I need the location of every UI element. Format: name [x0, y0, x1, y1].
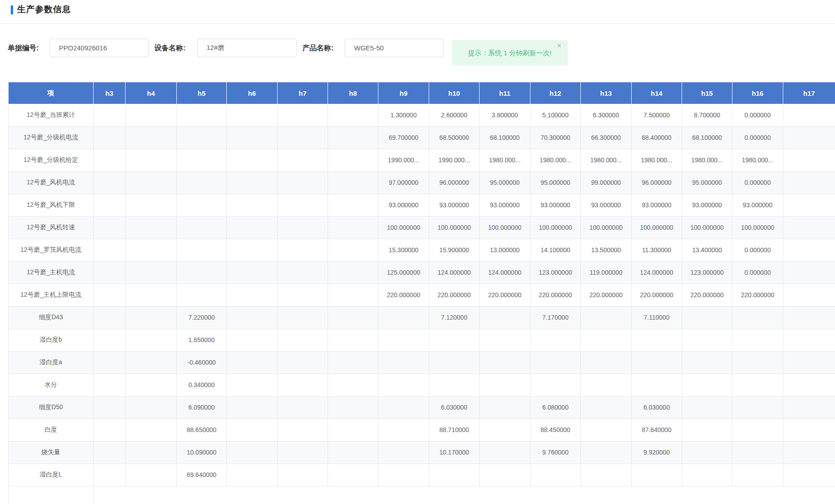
table-cell [177, 126, 227, 149]
table-cell [783, 351, 835, 374]
table-cell [682, 374, 732, 396]
table-cell: 8.700000 [682, 104, 732, 126]
table-cell [783, 329, 835, 351]
title-accent-bar [11, 5, 13, 14]
table-cell [378, 486, 429, 504]
table-cell [177, 194, 227, 216]
table-cell [227, 194, 278, 216]
table-cell [177, 216, 227, 239]
table-cell: 1990.000... [378, 149, 429, 171]
table-cell: 1990.000... [429, 149, 480, 171]
table-cell [94, 149, 126, 171]
table-cell [581, 419, 632, 441]
table-cell: 97.000000 [378, 171, 429, 194]
table-cell [328, 486, 378, 504]
table-cell [480, 329, 530, 351]
table-cell: 93.000000 [480, 194, 530, 216]
table-cell [682, 441, 732, 464]
table-cell [94, 171, 126, 194]
table-cell: 100.000000 [632, 216, 682, 239]
page-header: 生产参数信息 [0, 0, 835, 23]
table-cell: 14.100000 [530, 239, 581, 261]
table-cell [783, 261, 835, 284]
column-header-h16: h16 [732, 82, 783, 104]
product-name-label: 产品名称: [302, 39, 333, 57]
table-cell: 88.710000 [429, 419, 480, 441]
column-header-h9: h9 [378, 82, 429, 104]
product-name-input[interactable] [345, 39, 444, 57]
table-cell: 220.000000 [378, 284, 429, 306]
table-cell [126, 306, 177, 329]
row-label-cell: 12号磨_当班累计 [9, 104, 94, 126]
table-cell [177, 104, 227, 126]
column-header-h15: h15 [682, 82, 732, 104]
table-cell [177, 261, 227, 284]
table-cell: 6.300000 [581, 104, 632, 126]
table-row: 细度D506.0900006.0300006.0800006.030000 [9, 396, 835, 419]
table-cell: 69.700000 [378, 126, 429, 149]
table-cell [227, 126, 278, 149]
table-cell [783, 104, 835, 126]
table-cell [227, 351, 278, 374]
table-cell [94, 441, 126, 464]
table-cell: 220.000000 [682, 284, 732, 306]
table-cell: 3.800000 [480, 104, 530, 126]
table-cell [278, 351, 328, 374]
table-cell [328, 351, 378, 374]
table-cell [581, 486, 632, 504]
column-header-h6: h6 [227, 82, 278, 104]
device-name-input[interactable] [197, 39, 296, 57]
table-cell [278, 104, 328, 126]
refresh-tip-banner: 提示：系统 1 分钟刷新一次! × [452, 40, 568, 66]
row-label-cell: 湿白度a [9, 351, 94, 374]
table-cell [278, 396, 328, 419]
table-cell [480, 306, 530, 329]
table-cell [94, 104, 126, 126]
table-cell: 9.920000 [632, 441, 682, 464]
table-cell [783, 486, 835, 504]
table-cell [94, 396, 126, 419]
table-cell [328, 216, 378, 239]
table-cell: 220.000000 [429, 284, 480, 306]
table-cell [278, 216, 328, 239]
table-cell [278, 194, 328, 216]
table-cell [94, 216, 126, 239]
table-cell [429, 374, 480, 396]
order-number-input[interactable] [49, 39, 148, 57]
table-cell: 13.400000 [682, 239, 732, 261]
table-cell: 0.000000 [732, 171, 783, 194]
table-cell: 95.000000 [682, 171, 732, 194]
table-cell: 100.000000 [378, 216, 429, 239]
tip-close-icon[interactable]: × [557, 42, 561, 50]
table-cell [94, 261, 126, 284]
table-cell: 15.300000 [378, 239, 429, 261]
table-cell [783, 216, 835, 239]
table-cell [94, 284, 126, 306]
table-cell [783, 441, 835, 464]
table-cell [94, 464, 126, 486]
table-cell [378, 396, 429, 419]
table-cell: 1980.000... [632, 149, 682, 171]
table-cell [227, 374, 278, 396]
table-cell [94, 194, 126, 216]
table-cell [732, 441, 783, 464]
table-cell [227, 149, 278, 171]
table-cell [126, 441, 177, 464]
table-row: 湿白度a-0.460000 [9, 351, 835, 374]
column-header-h17: h17 [783, 82, 835, 104]
table-cell: 100.000000 [581, 216, 632, 239]
table-cell [530, 374, 581, 396]
table-cell: 1.650000 [177, 329, 227, 351]
table-cell [227, 284, 278, 306]
table-cell: 124.000000 [480, 261, 530, 284]
table-cell [227, 441, 278, 464]
table-cell: 1980.000... [530, 149, 581, 171]
table-cell [328, 374, 378, 396]
table-cell [94, 239, 126, 261]
table-cell [126, 171, 177, 194]
table-cell [328, 194, 378, 216]
table-cell [378, 306, 429, 329]
row-label-cell: 湿白度L [9, 464, 94, 486]
table-cell [783, 284, 835, 306]
filter-form: 单据编号: 设备名称: 产品名称: 提示：系统 1 分钟刷新一次! × [0, 39, 835, 57]
